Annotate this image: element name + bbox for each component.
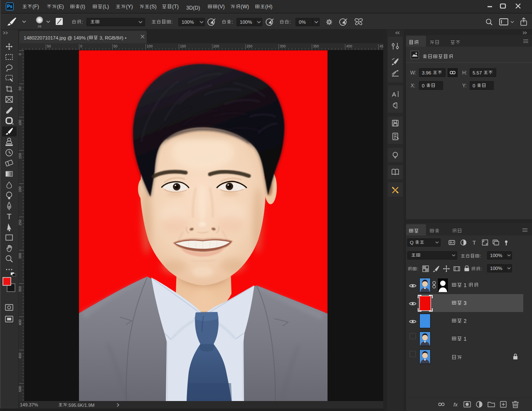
svg-text:50: 50 <box>113 44 118 48</box>
svg-text:A: A <box>392 91 396 98</box>
svg-text:T: T <box>473 240 476 246</box>
svg-text:450: 450 <box>19 353 22 359</box>
svg-text:100: 100 <box>19 120 22 126</box>
svg-text:300: 300 <box>280 44 286 48</box>
svg-text:150: 150 <box>19 153 22 159</box>
svg-text:400: 400 <box>346 44 352 48</box>
svg-text:250: 250 <box>246 44 252 48</box>
svg-text:450: 450 <box>379 44 383 48</box>
svg-text:26: 26 <box>38 25 42 28</box>
svg-text:250: 250 <box>19 220 22 225</box>
svg-text:150: 150 <box>180 44 186 48</box>
svg-text:500: 500 <box>19 386 22 392</box>
svg-text:350: 350 <box>313 44 319 48</box>
svg-text:0: 0 <box>19 53 22 55</box>
svg-text:350: 350 <box>19 286 22 292</box>
svg-text:50: 50 <box>47 44 51 48</box>
svg-text:200: 200 <box>213 44 219 48</box>
svg-text:T: T <box>7 213 12 221</box>
svg-text:100: 100 <box>147 44 153 48</box>
svg-text:50: 50 <box>19 87 22 91</box>
svg-text:300: 300 <box>19 253 22 259</box>
svg-text:0: 0 <box>80 44 82 48</box>
svg-text:400: 400 <box>19 319 22 325</box>
svg-text:200: 200 <box>19 186 22 192</box>
svg-text:fx: fx <box>453 401 458 408</box>
